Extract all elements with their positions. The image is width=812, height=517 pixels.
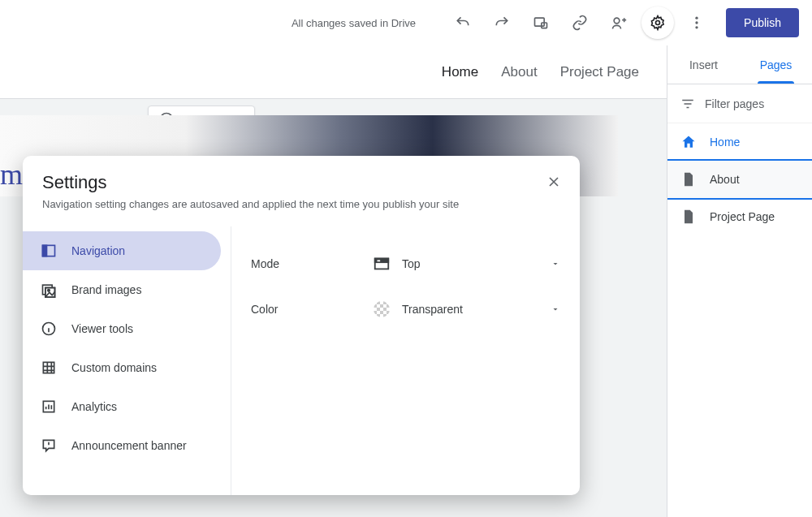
- right-panel: Insert Pages Filter pages Home About Pro…: [667, 45, 812, 517]
- color-label: Color: [251, 303, 373, 316]
- sidebar-item-announcement-banner[interactable]: Announcement banner: [23, 426, 221, 465]
- svg-point-2: [614, 18, 620, 24]
- grid-icon: [41, 360, 57, 376]
- home-icon: [680, 134, 697, 150]
- image-icon: [41, 282, 57, 298]
- svg-point-6: [695, 26, 698, 28]
- page-item-project[interactable]: Project Page: [667, 198, 812, 235]
- analytics-icon: [41, 399, 57, 415]
- sidebar-item-navigation[interactable]: Navigation: [23, 231, 221, 270]
- info-icon: [41, 321, 57, 337]
- mode-value: Top: [402, 257, 539, 270]
- save-status: All changes saved in Drive: [292, 17, 416, 29]
- svg-point-13: [48, 290, 50, 292]
- svg-point-3: [656, 21, 660, 25]
- page-icon: [680, 171, 697, 187]
- more-button[interactable]: [680, 6, 713, 39]
- mode-select[interactable]: Top: [373, 255, 560, 273]
- sidebar-item-label: Navigation: [71, 244, 125, 257]
- mode-top-icon: [373, 255, 391, 273]
- filter-pages-label: Filter pages: [705, 97, 764, 110]
- site-nav-about[interactable]: About: [501, 64, 537, 80]
- tab-insert[interactable]: Insert: [667, 45, 740, 84]
- page-item-label: Home: [710, 136, 740, 149]
- sidebar-item-custom-domains[interactable]: Custom domains: [23, 348, 221, 387]
- page-item-label: Project Page: [710, 210, 775, 223]
- page-icon: [680, 209, 697, 225]
- redo-button[interactable]: [486, 6, 518, 39]
- announcement-icon: [41, 437, 57, 454]
- filter-pages[interactable]: Filter pages: [667, 84, 812, 123]
- transparent-swatch-icon: [373, 300, 391, 318]
- sidebar-item-label: Analytics: [71, 400, 117, 413]
- page-item-label: About: [710, 173, 740, 186]
- navigation-icon: [41, 243, 57, 259]
- sidebar-item-label: Custom domains: [71, 361, 157, 374]
- sidebar-item-label: Viewer tools: [71, 322, 133, 335]
- settings-modal: Settings Navigation setting changes are …: [23, 156, 580, 495]
- right-panel-tabs: Insert Pages: [667, 45, 812, 84]
- undo-button[interactable]: [447, 6, 479, 39]
- settings-button[interactable]: [641, 6, 674, 39]
- sidebar-item-viewer-tools[interactable]: Viewer tools: [23, 309, 221, 348]
- svg-rect-18: [375, 259, 389, 263]
- link-button[interactable]: [564, 6, 596, 39]
- mode-label: Mode: [251, 257, 373, 270]
- chevron-down-icon: [551, 259, 560, 269]
- svg-point-5: [695, 21, 698, 24]
- sidebar-item-brand-images[interactable]: Brand images: [23, 270, 221, 309]
- close-button[interactable]: [542, 170, 565, 193]
- modal-header: Settings Navigation setting changes are …: [23, 156, 580, 222]
- site-nav: Home About Project Page: [0, 45, 667, 99]
- svg-rect-9: [43, 245, 47, 256]
- preview-button[interactable]: [525, 6, 557, 39]
- filter-icon: [680, 97, 695, 111]
- tab-pages[interactable]: Pages: [740, 45, 812, 84]
- site-nav-project[interactable]: Project Page: [560, 64, 639, 80]
- svg-point-4: [695, 17, 698, 19]
- close-icon: [546, 174, 562, 190]
- page-item-about[interactable]: About: [667, 161, 812, 198]
- site-nav-home[interactable]: Home: [442, 64, 478, 80]
- color-select[interactable]: Transparent: [373, 300, 560, 318]
- sidebar-item-analytics[interactable]: Analytics: [23, 387, 221, 426]
- publish-button[interactable]: Publish: [726, 8, 799, 37]
- modal-subtitle: Navigation setting changes are autosaved…: [42, 198, 560, 210]
- modal-title: Settings: [42, 172, 560, 193]
- chevron-down-icon: [551, 304, 560, 314]
- modal-sidebar: Navigation Brand images Viewer tools Cus…: [23, 226, 231, 495]
- svg-rect-15: [43, 362, 54, 373]
- modal-content: Mode Top Color Trans: [231, 226, 580, 495]
- sidebar-item-label: Brand images: [71, 283, 141, 296]
- color-value: Transparent: [402, 303, 539, 316]
- page-item-home[interactable]: Home: [667, 123, 812, 161]
- top-toolbar: All changes saved in Drive Publish: [0, 0, 812, 45]
- sidebar-item-label: Announcement banner: [71, 439, 187, 452]
- share-button[interactable]: [603, 6, 635, 39]
